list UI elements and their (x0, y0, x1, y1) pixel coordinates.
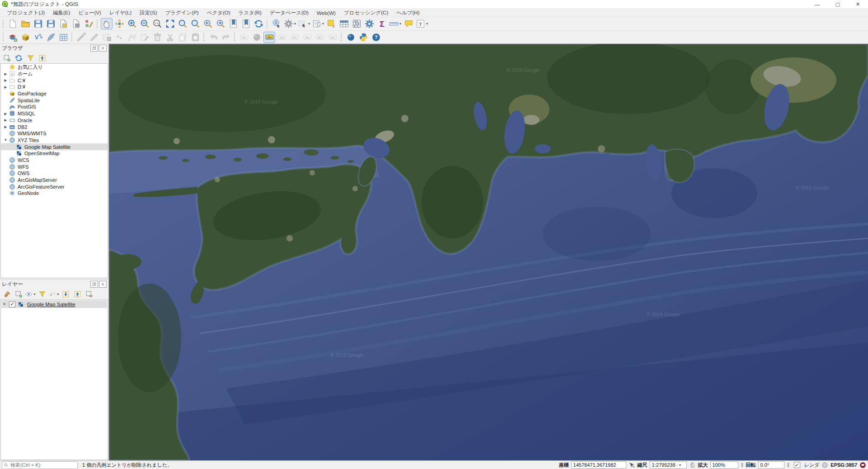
refresh-map-icon[interactable] (253, 18, 264, 29)
select-by-value-icon-dropdown[interactable]: ▾ (322, 22, 324, 26)
layer-visibility-checkbox[interactable]: ✓ (9, 301, 15, 308)
browser-item-wms-wmts[interactable]: WMS/WMTS (1, 130, 108, 137)
save-layer-edits-icon[interactable] (101, 32, 113, 43)
browser-item-postgis[interactable]: PostGIS (1, 104, 108, 110)
new-virtual-layer-icon[interactable] (57, 32, 69, 43)
browser-item-ows[interactable]: OWS (1, 170, 108, 177)
browser-item-arcgisfeatureserver[interactable]: ArcGisFeatureServer (1, 183, 108, 190)
toggle-extents-icon[interactable] (629, 462, 635, 469)
undo-icon[interactable] (207, 32, 219, 43)
close-button[interactable]: ✕ (848, 0, 868, 9)
browser-item-oracle[interactable]: ▶Oracle (1, 117, 108, 124)
zoom-full-icon[interactable] (164, 18, 176, 29)
toolbar-grip-handle[interactable] (2, 19, 5, 28)
filter-legend-icon[interactable] (37, 289, 47, 299)
zoom-to-selection-icon[interactable] (177, 18, 188, 29)
remove-layer-icon[interactable] (84, 289, 94, 299)
run-feature-action-icon-dropdown[interactable]: ▾ (294, 22, 296, 26)
locator-search-input[interactable]: 検索(Ctrl + K) (2, 461, 78, 469)
toolbar-grip-handle[interactable] (203, 33, 205, 42)
toolbar-grip-handle[interactable] (340, 33, 343, 42)
identify-features-icon[interactable] (271, 18, 282, 29)
lock-scale-icon[interactable] (689, 462, 696, 469)
browser-item-geopackage[interactable]: GeoPackage (1, 90, 108, 97)
minimize-button[interactable]: — (807, 0, 827, 9)
layer-row-google-map-satellite[interactable]: ▼ ✓ Google Map Satellite (1, 300, 107, 308)
expander-icon[interactable]: ▶ (3, 125, 9, 129)
zoom-in-icon[interactable] (126, 18, 138, 29)
expander-icon[interactable]: ▶ (3, 118, 9, 122)
scale-select[interactable]: 1:2795238▼ (650, 461, 687, 469)
menu-help[interactable]: ヘルプ(H) (392, 9, 423, 17)
menu-layer[interactable]: レイヤ(L) (105, 9, 136, 17)
text-annotation-icon-dropdown[interactable]: ▾ (426, 22, 428, 26)
select-by-value-icon[interactable]: ▾ (311, 18, 324, 29)
menu-database[interactable]: データベース(D) (266, 9, 313, 17)
log-messages-icon[interactable] (859, 462, 866, 469)
open-attribute-table-icon[interactable] (338, 18, 350, 29)
browser-item-c-drive[interactable]: ▶C:¥ (1, 77, 108, 84)
processing-toolbox-icon[interactable] (363, 18, 375, 29)
coordinate-input[interactable]: 14578471,3671982 (571, 461, 626, 469)
toolbar-grip-handle[interactable] (2, 33, 5, 42)
show-hide-labels-icon[interactable] (289, 32, 300, 43)
map-canvas[interactable]: © 2019 Google © 2019 Google © 2019 Googl… (109, 44, 868, 460)
paste-features-icon[interactable] (189, 32, 201, 43)
menu-view[interactable]: ビュー(V) (74, 9, 105, 17)
browser-item-favorites[interactable]: お気に入り (1, 64, 108, 71)
field-calculator-icon[interactable] (351, 18, 362, 29)
pan-to-selection-icon[interactable] (113, 18, 125, 29)
copy-features-icon[interactable] (177, 32, 188, 43)
toolbar-grip-handle[interactable] (71, 33, 73, 42)
browser-item-xyz-tiles[interactable]: ▼XYZ Tiles (1, 137, 108, 144)
open-layer-styling-icon[interactable] (1, 289, 12, 299)
new-shapefile-layer-icon[interactable] (32, 32, 44, 43)
browser-item-arcgismapserver[interactable]: ArcGisMapServer (1, 177, 108, 184)
menu-web[interactable]: Web(W) (313, 9, 340, 17)
rotate-label-icon[interactable] (314, 32, 326, 43)
measure-icon-dropdown[interactable]: ▾ (399, 22, 401, 26)
new-project-icon[interactable] (7, 18, 19, 29)
manage-map-themes-icon-dropdown[interactable]: ▾ (33, 292, 35, 296)
zoom-native-icon[interactable] (151, 18, 163, 29)
render-checkbox[interactable]: ✓ (794, 462, 800, 468)
collapse-all-layers-icon[interactable] (72, 289, 83, 299)
modify-attributes-icon[interactable] (139, 32, 150, 43)
magnifier-input[interactable]: 100% (710, 461, 738, 469)
toolbar-grip-handle[interactable] (96, 19, 99, 28)
metasearch-icon[interactable] (345, 32, 357, 43)
new-temporary-scratch-layer-icon[interactable] (45, 32, 56, 43)
expander-icon[interactable]: ▶ (3, 85, 9, 89)
open-project-icon[interactable] (19, 18, 31, 29)
select-features-icon-dropdown[interactable]: ▾ (308, 22, 310, 26)
menu-plugins[interactable]: プラグイン(P) (161, 9, 202, 17)
properties-widget-icon[interactable] (48, 53, 59, 63)
chevron-down-icon[interactable]: ▼ (677, 464, 683, 467)
save-project-as-icon[interactable] (45, 18, 56, 29)
toolbar-grip-handle[interactable] (234, 33, 236, 42)
browser-item-home[interactable]: ▶ホーム (1, 71, 108, 77)
filter-by-expression-icon[interactable]: ▾ (48, 289, 59, 299)
style-manager-icon[interactable] (83, 18, 94, 29)
browser-item-geonode[interactable]: GeoNode (1, 190, 108, 197)
text-annotation-icon[interactable]: ▾ (415, 18, 428, 29)
toggle-editing-icon[interactable] (88, 32, 100, 43)
zoom-out-icon[interactable] (139, 18, 150, 29)
browser-item-openstreetmap[interactable]: OpenStreetMap (1, 150, 108, 157)
save-project-icon[interactable] (32, 18, 44, 29)
menu-project[interactable]: プロジェクト(J) (3, 9, 49, 17)
filter-by-expression-icon-dropdown[interactable]: ▾ (57, 292, 59, 296)
new-bookmark-icon[interactable] (227, 18, 239, 29)
filter-browser-icon[interactable] (25, 53, 36, 63)
expander-icon[interactable]: ▶ (3, 72, 9, 76)
new-print-layout-icon[interactable] (57, 18, 69, 29)
map-tips-icon[interactable] (403, 18, 414, 29)
browser-item-wfs[interactable]: WFS (1, 163, 108, 170)
move-label-icon[interactable] (301, 32, 313, 43)
show-bookmarks-icon[interactable] (240, 18, 252, 29)
browser-item-mssql[interactable]: ▶MSSQL (1, 110, 108, 117)
help-icon[interactable] (370, 32, 382, 43)
close-panel-icon[interactable] (99, 281, 107, 288)
expander-icon[interactable]: ▶ (3, 112, 9, 116)
rotation-input[interactable]: 0.0° (758, 461, 784, 469)
